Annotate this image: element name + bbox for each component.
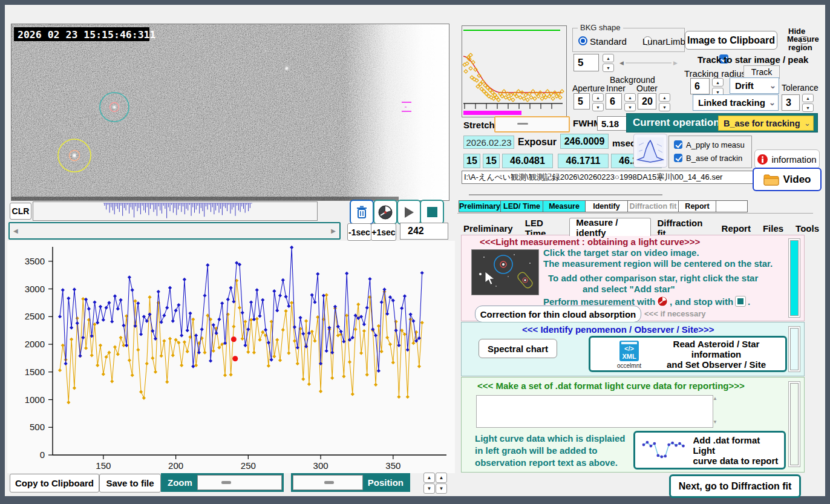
pan-up-button[interactable]: ▲ bbox=[423, 473, 435, 483]
tabbtn-report[interactable]: Report bbox=[679, 200, 716, 212]
report-textarea[interactable] bbox=[476, 395, 713, 428]
measure-header: <<<Light measurement : obtaining a light… bbox=[480, 237, 700, 247]
aperture-input[interactable] bbox=[573, 93, 590, 110]
psf-radius-input[interactable] bbox=[573, 54, 599, 71]
inner-up[interactable]: ▲ bbox=[624, 93, 636, 102]
tabbtn-preliminary[interactable]: Preliminary bbox=[459, 200, 501, 212]
measure-line5b: , and stop with bbox=[670, 296, 733, 307]
minus-1sec-button[interactable]: -1sec bbox=[347, 223, 371, 241]
linked-tracking-select[interactable]: Linked tracking⌄ bbox=[693, 94, 779, 111]
position-slider[interactable] bbox=[293, 475, 363, 490]
tolerance-down[interactable]: ▼ bbox=[802, 103, 814, 112]
psf-3d-icon bbox=[636, 137, 664, 165]
tab-diffraction-fit[interactable]: Diffraction fit bbox=[651, 220, 715, 236]
measure-scroll-slider[interactable] bbox=[788, 238, 800, 318]
base-of-tracking-label: B_ase of trackin bbox=[686, 154, 742, 163]
plus-1sec-button[interactable]: +1sec bbox=[371, 223, 396, 241]
xml-icon: </> XML bbox=[618, 339, 640, 362]
psf-chart bbox=[462, 26, 565, 116]
time-sec1-field[interactable]: 46.0481 bbox=[502, 154, 553, 168]
tabbtn-identify[interactable]: Identify bbox=[586, 200, 628, 212]
add-dat-button[interactable]: Add .dat format Light curve data to repo… bbox=[633, 431, 786, 470]
stretch-label: Stretch bbox=[463, 120, 495, 130]
identify-scroll-slider[interactable] bbox=[788, 326, 800, 372]
psf-scroll-right-icon[interactable]: ▶ bbox=[673, 60, 678, 66]
tracking-radius-up[interactable]: ▲ bbox=[712, 78, 724, 87]
frame-scrollbar[interactable]: ◀ ▶ bbox=[8, 222, 341, 240]
tab-tools[interactable]: Tools bbox=[789, 220, 825, 236]
outer-up[interactable]: ▲ bbox=[659, 93, 670, 102]
fwhm-value[interactable] bbox=[597, 116, 629, 131]
zoom-label: Zoom bbox=[163, 477, 197, 488]
bkg-standard-radio[interactable] bbox=[578, 36, 587, 45]
read-asteroid-button[interactable]: </> XML occelmnt Read Asteroid / Star in… bbox=[589, 336, 787, 372]
clr-button[interactable]: CLR bbox=[10, 203, 31, 220]
textarea-scroll-up-icon[interactable]: ▲ bbox=[713, 396, 717, 401]
psf-radius-up[interactable]: ▲ bbox=[603, 54, 614, 62]
video-frame[interactable]: 2026 02 23 15:15:46:311 bbox=[11, 24, 449, 201]
information-button[interactable]: information bbox=[754, 149, 820, 169]
save-to-file-button[interactable]: Save to file bbox=[99, 474, 161, 493]
apply-to-measure-checkbox[interactable] bbox=[674, 140, 682, 149]
outer-down[interactable]: ▼ bbox=[659, 103, 670, 111]
stretch-slider[interactable] bbox=[494, 116, 570, 133]
current-operation-value: B_ase for tracking bbox=[724, 119, 800, 128]
tracking-radius-input[interactable] bbox=[690, 78, 710, 94]
textarea-scroll-down-icon[interactable]: ▼ bbox=[713, 419, 717, 425]
delete-button[interactable] bbox=[350, 200, 374, 224]
tolerance-input[interactable] bbox=[782, 94, 800, 111]
zoom-slider[interactable] bbox=[197, 475, 282, 490]
pan-down-button[interactable]: ▼ bbox=[423, 483, 435, 494]
tabbtn-measure[interactable]: Measure bbox=[543, 200, 586, 212]
tabbtn-led-time[interactable]: LED/ Time bbox=[501, 200, 543, 212]
track-button[interactable]: Track bbox=[743, 65, 780, 79]
next-diffraction-button[interactable]: Next, go to Diffraction fit bbox=[669, 474, 801, 498]
tab-measure-identify[interactable]: Measure / identfy bbox=[569, 218, 651, 236]
aperture-up[interactable]: ▲ bbox=[592, 93, 604, 102]
stop-button[interactable] bbox=[420, 200, 444, 224]
apply-to-measure-label: A_pply to measu bbox=[686, 140, 745, 149]
psf-scroll-left-icon[interactable]: ◀ bbox=[619, 60, 624, 66]
outer-input[interactable] bbox=[638, 93, 656, 110]
drift-select[interactable]: Drift⌄ bbox=[730, 77, 779, 94]
gauge-mini-icon bbox=[657, 296, 668, 307]
tab-led-time[interactable]: LED Time bbox=[519, 220, 570, 236]
scroll-right-icon[interactable]: ▶ bbox=[331, 227, 336, 234]
video-button[interactable]: Video bbox=[753, 168, 822, 191]
play-button[interactable] bbox=[397, 200, 421, 224]
svg-text:0: 0 bbox=[40, 450, 45, 460]
aperture-down[interactable]: ▼ bbox=[592, 103, 604, 111]
tolerance-up[interactable]: ▲ bbox=[802, 94, 814, 102]
tab-report[interactable]: Report bbox=[716, 220, 757, 236]
inner-input[interactable] bbox=[606, 93, 622, 110]
tabbtn-diffraction-fit[interactable]: Diffraction fit bbox=[628, 200, 679, 212]
time-sec2-field[interactable]: 46.1711 bbox=[558, 154, 609, 168]
correction-button[interactable]: Correction for thin cloud absorption bbox=[475, 306, 641, 322]
date-field[interactable]: 2026.02.23 bbox=[463, 136, 514, 149]
tab-files[interactable]: Files bbox=[757, 220, 789, 236]
psf-icon-button[interactable] bbox=[633, 134, 667, 168]
audio-waveform-panel bbox=[33, 201, 318, 221]
current-operation-select[interactable]: B_ase for tracking ⌄ bbox=[718, 116, 814, 131]
scale-down-button[interactable]: ▼ bbox=[436, 483, 447, 494]
time-minute-field[interactable]: 15 bbox=[483, 154, 500, 168]
measure-start-button[interactable] bbox=[373, 200, 397, 224]
psf-scroll-slider[interactable]: ◀ ▶ bbox=[619, 57, 678, 68]
inner-down[interactable]: ▼ bbox=[624, 103, 636, 111]
aperture-label: Aperture bbox=[572, 83, 605, 93]
base-of-tracking-checkbox[interactable] bbox=[674, 154, 682, 162]
scroll-left-icon[interactable]: ◀ bbox=[13, 227, 18, 234]
copy-to-clipboard-button[interactable]: Copy to Clipboard bbox=[10, 474, 99, 493]
light-curve-chart[interactable]: 0500100015002000250030003500150200250300… bbox=[7, 241, 455, 473]
report-scroll-slider[interactable] bbox=[788, 381, 800, 467]
psf-radius-down[interactable]: ▼ bbox=[603, 64, 614, 72]
exposure-field[interactable]: 246.0009 bbox=[560, 134, 609, 149]
svg-text:3000: 3000 bbox=[25, 284, 45, 294]
scale-up-button[interactable]: ▲ bbox=[436, 473, 447, 483]
frame-number-input[interactable] bbox=[400, 223, 448, 240]
time-hour-field[interactable]: 15 bbox=[463, 154, 480, 168]
spectral-chart-button[interactable]: Spectral chart bbox=[479, 339, 557, 358]
file-path-input[interactable] bbox=[462, 171, 754, 184]
tab-preliminary[interactable]: Preliminary bbox=[457, 220, 519, 236]
image-to-clipboard-button[interactable]: Image to Clipboard bbox=[685, 31, 777, 50]
